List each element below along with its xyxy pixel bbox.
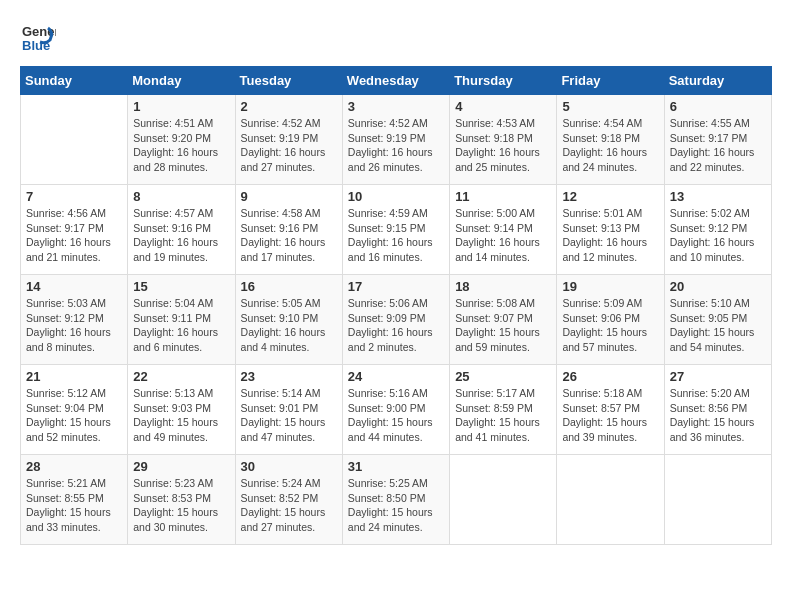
day-number: 21: [26, 369, 122, 384]
day-info: Sunrise: 5:13 AM Sunset: 9:03 PM Dayligh…: [133, 386, 229, 445]
day-number: 8: [133, 189, 229, 204]
day-number: 14: [26, 279, 122, 294]
day-number: 10: [348, 189, 444, 204]
calendar-cell: 15Sunrise: 5:04 AM Sunset: 9:11 PM Dayli…: [128, 275, 235, 365]
calendar-cell: 25Sunrise: 5:17 AM Sunset: 8:59 PM Dayli…: [450, 365, 557, 455]
header-day-friday: Friday: [557, 67, 664, 95]
day-number: 30: [241, 459, 337, 474]
header-day-monday: Monday: [128, 67, 235, 95]
day-info: Sunrise: 5:10 AM Sunset: 9:05 PM Dayligh…: [670, 296, 766, 355]
day-number: 26: [562, 369, 658, 384]
calendar-cell: [21, 95, 128, 185]
day-number: 12: [562, 189, 658, 204]
calendar-cell: 12Sunrise: 5:01 AM Sunset: 9:13 PM Dayli…: [557, 185, 664, 275]
day-info: Sunrise: 5:25 AM Sunset: 8:50 PM Dayligh…: [348, 476, 444, 535]
calendar-cell: 29Sunrise: 5:23 AM Sunset: 8:53 PM Dayli…: [128, 455, 235, 545]
day-number: 15: [133, 279, 229, 294]
calendar-cell: 30Sunrise: 5:24 AM Sunset: 8:52 PM Dayli…: [235, 455, 342, 545]
day-number: 17: [348, 279, 444, 294]
day-number: 3: [348, 99, 444, 114]
header-day-wednesday: Wednesday: [342, 67, 449, 95]
day-info: Sunrise: 5:01 AM Sunset: 9:13 PM Dayligh…: [562, 206, 658, 265]
day-number: 25: [455, 369, 551, 384]
header-day-thursday: Thursday: [450, 67, 557, 95]
calendar-table: SundayMondayTuesdayWednesdayThursdayFrid…: [20, 66, 772, 545]
calendar-cell: 14Sunrise: 5:03 AM Sunset: 9:12 PM Dayli…: [21, 275, 128, 365]
calendar-cell: 17Sunrise: 5:06 AM Sunset: 9:09 PM Dayli…: [342, 275, 449, 365]
calendar-cell: 23Sunrise: 5:14 AM Sunset: 9:01 PM Dayli…: [235, 365, 342, 455]
day-info: Sunrise: 5:20 AM Sunset: 8:56 PM Dayligh…: [670, 386, 766, 445]
day-info: Sunrise: 4:56 AM Sunset: 9:17 PM Dayligh…: [26, 206, 122, 265]
day-number: 29: [133, 459, 229, 474]
day-info: Sunrise: 5:17 AM Sunset: 8:59 PM Dayligh…: [455, 386, 551, 445]
day-number: 19: [562, 279, 658, 294]
calendar-cell: [664, 455, 771, 545]
calendar-cell: 28Sunrise: 5:21 AM Sunset: 8:55 PM Dayli…: [21, 455, 128, 545]
day-info: Sunrise: 4:53 AM Sunset: 9:18 PM Dayligh…: [455, 116, 551, 175]
calendar-cell: 20Sunrise: 5:10 AM Sunset: 9:05 PM Dayli…: [664, 275, 771, 365]
calendar-cell: 8Sunrise: 4:57 AM Sunset: 9:16 PM Daylig…: [128, 185, 235, 275]
day-number: 9: [241, 189, 337, 204]
header-day-saturday: Saturday: [664, 67, 771, 95]
svg-text:Blue: Blue: [22, 38, 50, 53]
day-number: 22: [133, 369, 229, 384]
day-info: Sunrise: 5:09 AM Sunset: 9:06 PM Dayligh…: [562, 296, 658, 355]
day-number: 5: [562, 99, 658, 114]
calendar-cell: 9Sunrise: 4:58 AM Sunset: 9:16 PM Daylig…: [235, 185, 342, 275]
day-info: Sunrise: 5:00 AM Sunset: 9:14 PM Dayligh…: [455, 206, 551, 265]
day-number: 23: [241, 369, 337, 384]
day-number: 24: [348, 369, 444, 384]
week-row-4: 21Sunrise: 5:12 AM Sunset: 9:04 PM Dayli…: [21, 365, 772, 455]
week-row-2: 7Sunrise: 4:56 AM Sunset: 9:17 PM Daylig…: [21, 185, 772, 275]
header-day-tuesday: Tuesday: [235, 67, 342, 95]
day-number: 31: [348, 459, 444, 474]
week-row-3: 14Sunrise: 5:03 AM Sunset: 9:12 PM Dayli…: [21, 275, 772, 365]
day-number: 28: [26, 459, 122, 474]
calendar-cell: 10Sunrise: 4:59 AM Sunset: 9:15 PM Dayli…: [342, 185, 449, 275]
logo-icon: General Blue: [20, 20, 56, 56]
calendar-cell: 27Sunrise: 5:20 AM Sunset: 8:56 PM Dayli…: [664, 365, 771, 455]
day-info: Sunrise: 4:59 AM Sunset: 9:15 PM Dayligh…: [348, 206, 444, 265]
page-header: General Blue: [20, 20, 772, 56]
day-info: Sunrise: 5:23 AM Sunset: 8:53 PM Dayligh…: [133, 476, 229, 535]
day-info: Sunrise: 5:24 AM Sunset: 8:52 PM Dayligh…: [241, 476, 337, 535]
day-info: Sunrise: 5:04 AM Sunset: 9:11 PM Dayligh…: [133, 296, 229, 355]
day-info: Sunrise: 5:14 AM Sunset: 9:01 PM Dayligh…: [241, 386, 337, 445]
calendar-cell: 5Sunrise: 4:54 AM Sunset: 9:18 PM Daylig…: [557, 95, 664, 185]
day-number: 20: [670, 279, 766, 294]
calendar-cell: 22Sunrise: 5:13 AM Sunset: 9:03 PM Dayli…: [128, 365, 235, 455]
day-number: 18: [455, 279, 551, 294]
calendar-cell: 2Sunrise: 4:52 AM Sunset: 9:19 PM Daylig…: [235, 95, 342, 185]
day-number: 11: [455, 189, 551, 204]
calendar-cell: 18Sunrise: 5:08 AM Sunset: 9:07 PM Dayli…: [450, 275, 557, 365]
day-info: Sunrise: 4:55 AM Sunset: 9:17 PM Dayligh…: [670, 116, 766, 175]
day-info: Sunrise: 4:52 AM Sunset: 9:19 PM Dayligh…: [348, 116, 444, 175]
calendar-cell: 13Sunrise: 5:02 AM Sunset: 9:12 PM Dayli…: [664, 185, 771, 275]
day-info: Sunrise: 5:21 AM Sunset: 8:55 PM Dayligh…: [26, 476, 122, 535]
calendar-cell: 6Sunrise: 4:55 AM Sunset: 9:17 PM Daylig…: [664, 95, 771, 185]
header-day-sunday: Sunday: [21, 67, 128, 95]
day-info: Sunrise: 5:05 AM Sunset: 9:10 PM Dayligh…: [241, 296, 337, 355]
day-number: 27: [670, 369, 766, 384]
calendar-cell: 11Sunrise: 5:00 AM Sunset: 9:14 PM Dayli…: [450, 185, 557, 275]
calendar-cell: 16Sunrise: 5:05 AM Sunset: 9:10 PM Dayli…: [235, 275, 342, 365]
calendar-cell: [450, 455, 557, 545]
logo: General Blue: [20, 20, 56, 56]
week-row-5: 28Sunrise: 5:21 AM Sunset: 8:55 PM Dayli…: [21, 455, 772, 545]
day-number: 2: [241, 99, 337, 114]
day-info: Sunrise: 4:54 AM Sunset: 9:18 PM Dayligh…: [562, 116, 658, 175]
day-number: 7: [26, 189, 122, 204]
week-row-1: 1Sunrise: 4:51 AM Sunset: 9:20 PM Daylig…: [21, 95, 772, 185]
day-number: 16: [241, 279, 337, 294]
day-number: 4: [455, 99, 551, 114]
day-number: 1: [133, 99, 229, 114]
day-number: 6: [670, 99, 766, 114]
day-info: Sunrise: 5:03 AM Sunset: 9:12 PM Dayligh…: [26, 296, 122, 355]
day-info: Sunrise: 4:52 AM Sunset: 9:19 PM Dayligh…: [241, 116, 337, 175]
day-info: Sunrise: 5:16 AM Sunset: 9:00 PM Dayligh…: [348, 386, 444, 445]
day-info: Sunrise: 4:57 AM Sunset: 9:16 PM Dayligh…: [133, 206, 229, 265]
calendar-cell: 24Sunrise: 5:16 AM Sunset: 9:00 PM Dayli…: [342, 365, 449, 455]
day-info: Sunrise: 5:18 AM Sunset: 8:57 PM Dayligh…: [562, 386, 658, 445]
calendar-cell: 26Sunrise: 5:18 AM Sunset: 8:57 PM Dayli…: [557, 365, 664, 455]
calendar-cell: 7Sunrise: 4:56 AM Sunset: 9:17 PM Daylig…: [21, 185, 128, 275]
